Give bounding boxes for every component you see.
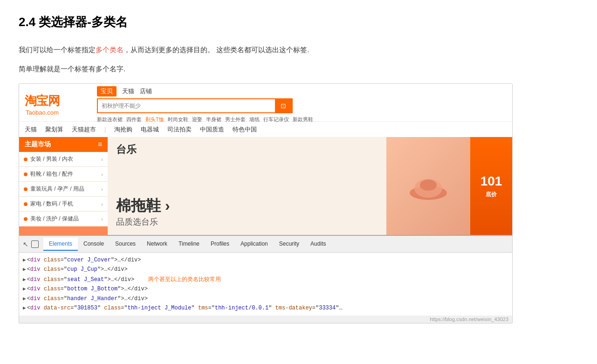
sidebar-item-1[interactable]: 女装 / 男装 / 内衣 › <box>19 152 108 167</box>
url-watermark: https://blog.csdn.net/weixin_43023 <box>19 316 512 323</box>
search-input[interactable] <box>98 99 275 112</box>
search-row: ⊡ <box>97 98 507 113</box>
cat-nav-juhuasuan[interactable]: 聚划算 <box>45 125 63 134</box>
keyword-2[interactable]: 四件套 <box>126 116 142 123</box>
cat-nav-paimai[interactable]: 司法拍卖 <box>167 125 192 134</box>
page-title: 2.4 类选择器-多类名 <box>19 14 578 30</box>
sidebar-dot-5 <box>24 217 27 221</box>
sidebar-header-title: 主题市场 <box>25 140 51 149</box>
banner-image <box>386 137 470 235</box>
tab-baobei[interactable]: 宝贝 <box>97 86 117 96</box>
keyword-8[interactable]: 墙纸 <box>249 116 260 123</box>
devtools-line-3: ▶ <div class="seat J_Seat" >…</div> 两个甚至… <box>23 275 508 284</box>
devtools-tab-sources[interactable]: Sources <box>110 238 141 251</box>
slippers-illustration <box>405 167 452 205</box>
taobao-banner: 台乐 棉拖鞋 › 品质选台乐 <box>108 137 470 235</box>
devtools-tab-profiles[interactable]: Profiles <box>205 238 235 251</box>
sidebar-dot-2 <box>24 172 27 176</box>
sidebar-arrow-4: › <box>101 201 103 207</box>
expand-arrow-5[interactable]: ▶ <box>23 295 26 303</box>
sidebar-arrow-1: › <box>101 157 103 162</box>
devtools-panel: ↖ Elements Console Sources Network Timel… <box>19 235 512 316</box>
keyword-4[interactable]: 时尚女鞋 <box>168 116 188 123</box>
cat-nav-supermarket[interactable]: 天猫超市 <box>72 125 96 134</box>
keyword-3[interactable]: 剃头T恤 <box>145 116 164 123</box>
sidebar-item-3[interactable]: 童装玩具 / 孕产 / 用品 › <box>19 182 108 197</box>
sidebar-text-4: 家电 / 数码 / 手机 <box>30 200 101 208</box>
devtools-tab-console[interactable]: Console <box>78 238 110 251</box>
keyword-5[interactable]: 迎娶 <box>192 116 202 123</box>
taobao-sidebar: 主题市场 ≡ 女装 / 男装 / 内衣 › 鞋靴 / 箱包 / 配件 › 童装玩… <box>19 137 108 235</box>
devtools-tab-timeline[interactable]: Timeline <box>173 238 205 251</box>
cat-nav-tesecn[interactable]: 特色中国 <box>233 125 257 134</box>
box-inspector-icon[interactable] <box>31 240 39 248</box>
taobao-header: 淘宝网 Taobao.com 宝贝 天猫 店铺 ⊡ <box>19 84 512 121</box>
sidebar-text-5: 美妆 / 洗护 / 保健品 <box>30 215 101 223</box>
sidebar-item-2[interactable]: 鞋靴 / 箱包 / 配件 › <box>19 167 108 182</box>
cat-nav-zhizao[interactable]: 中国质造 <box>200 125 224 134</box>
taobao-header-right: 宝贝 天猫 店铺 ⊡ 新款连衣裙 四件套 剃头T恤 时尚女 <box>97 86 507 123</box>
keyword-9[interactable]: 行车记录仪 <box>263 116 289 123</box>
devtools-comment-seat: 两个甚至以上的类名比较常用 <box>148 275 221 284</box>
paragraph-1-after: ，从而达到更多的选择目的。 这些类名都可以选出这个标签. <box>124 46 309 54</box>
devtools-tab-audits[interactable]: Audits <box>305 238 331 251</box>
devtools-tabs: ↖ Elements Console Sources Network Timel… <box>19 236 512 253</box>
promo-text: 底价 <box>486 191 497 199</box>
browser-screenshot: 淘宝网 Taobao.com 宝贝 天猫 店铺 ⊡ <box>19 83 513 323</box>
sidebar-text-2: 鞋靴 / 箱包 / 配件 <box>30 170 101 178</box>
devtools-line-4: ▶ <div class="bottom J_Bottom" >…</div> <box>23 284 508 294</box>
devtools-tab-elements[interactable]: Elements <box>43 238 78 251</box>
sidebar-dot-4 <box>24 202 27 206</box>
expand-arrow-6[interactable]: ▶ <box>23 304 26 313</box>
devtools-line-1: ▶ <div class="cover J_Cover" >…</div> <box>23 255 508 265</box>
cat-nav-sep1: | <box>104 126 106 133</box>
sidebar-dot-3 <box>24 187 27 191</box>
tab-shop[interactable]: 店铺 <box>140 87 152 96</box>
devtools-tab-application[interactable]: Application <box>235 238 274 251</box>
search-box: ⊡ <box>97 98 293 113</box>
taobao-logo: 淘宝网 Taobao.com <box>25 93 60 116</box>
keyword-10[interactable]: 新款男鞋 <box>293 116 313 123</box>
devtools-line-2: ▶ <div class="cup J_Cup" >…</div> <box>23 265 508 274</box>
sidebar-header: 主题市场 ≡ <box>19 137 108 152</box>
keyword-7[interactable]: 男士外套 <box>225 116 246 123</box>
search-button[interactable]: ⊡ <box>275 98 292 113</box>
cursor-icon[interactable]: ↖ <box>23 240 28 248</box>
keyword-1[interactable]: 新款连衣裙 <box>97 116 123 123</box>
devtools-line-5: ▶ <div class="hander J_Hander" >…</div> <box>23 294 508 303</box>
devtools-tab-security[interactable]: Security <box>274 238 305 251</box>
keyword-6[interactable]: 半身裙 <box>206 116 221 123</box>
paragraph-1: 我们可以给一个标签指定多个类名，从而达到更多的选择目的。 这些类名都可以选出这个… <box>19 43 578 56</box>
paragraph-1-before: 我们可以给一个标签指定 <box>19 46 96 54</box>
cat-nav-dianqi[interactable]: 电器城 <box>141 125 159 134</box>
sidebar-arrow-3: › <box>101 186 103 192</box>
sidebar-item-4[interactable]: 家电 / 数码 / 手机 › <box>19 197 108 212</box>
sidebar-arrow-5: › <box>101 216 103 222</box>
paragraph-1-highlight: 多个类名 <box>96 46 124 54</box>
hot-keywords: 新款连衣裙 四件套 剃头T恤 时尚女鞋 迎娶 半身裙 男士外套 墙纸 行车记录仪… <box>97 116 507 123</box>
expand-arrow-2[interactable]: ▶ <box>23 265 26 274</box>
promo-number: 101 <box>480 174 502 189</box>
search-icon: ⊡ <box>281 102 286 110</box>
taobao-promo: 101 底价 <box>470 137 512 235</box>
devtools-tab-network[interactable]: Network <box>141 238 173 251</box>
paragraph-2: 简单理解就是一个标签有多个名字. <box>19 62 578 75</box>
sidebar-text-3: 童装玩具 / 孕产 / 用品 <box>30 185 101 193</box>
taobao-logo-sub: Taobao.com <box>26 109 59 116</box>
sidebar-menu-icon[interactable]: ≡ <box>98 140 102 149</box>
banner-brand: 台乐 <box>116 143 137 157</box>
sidebar-item-5[interactable]: 美妆 / 洗护 / 保健品 › <box>19 212 108 227</box>
devtools-line-6: ▶ <div data-src="301853" class="thh-inje… <box>23 303 508 313</box>
banner-title: 棉拖鞋 › <box>116 196 170 216</box>
devtools-content: ▶ <div class="cover J_Cover" >…</div> ▶ … <box>19 253 512 316</box>
expand-arrow-1[interactable]: ▶ <box>23 256 26 265</box>
expand-arrow-4[interactable]: ▶ <box>23 285 26 294</box>
tab-tmall[interactable]: 天猫 <box>122 87 134 96</box>
taobao-nav-tabs: 宝贝 天猫 店铺 <box>97 86 507 96</box>
cat-nav-taoqiang[interactable]: 淘抢购 <box>114 125 132 134</box>
sidebar-text-1: 女装 / 男装 / 内衣 <box>30 155 101 163</box>
sidebar-dot-1 <box>24 158 27 161</box>
category-nav: 天猫 聚划算 天猫超市 | 淘抢购 电器城 司法拍卖 中国质造 特色中国 <box>19 121 512 137</box>
cat-nav-tmall[interactable]: 天猫 <box>25 125 37 134</box>
expand-arrow-3[interactable]: ▶ <box>23 275 26 284</box>
